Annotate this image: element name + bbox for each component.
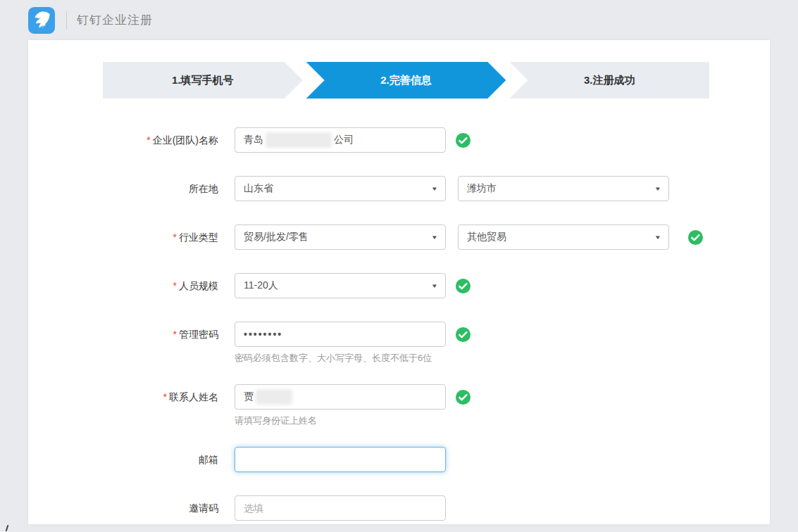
province-value: 山东省 (244, 182, 273, 195)
invite-code-input[interactable] (235, 495, 446, 521)
chevron-down-icon: ▼ (654, 234, 661, 241)
success-check-icon (455, 132, 471, 148)
success-check-icon (455, 278, 471, 294)
app-header: 钉钉企业注册 (0, 0, 798, 40)
field-row-contact-name: *联系人姓名 贾 请填写身份证上姓名 (28, 384, 770, 427)
city-select[interactable]: 潍坊市 ▼ (458, 176, 669, 201)
contact-name-input[interactable]: 贾 (235, 384, 446, 410)
field-row-industry: *行业类型 贸易/批发/零售 ▼ 其他贸易 ▼ (28, 224, 770, 250)
industry-category-select[interactable]: 贸易/批发/零售 ▼ (235, 224, 446, 250)
staff-size-select[interactable]: 11-20人 ▼ (235, 273, 446, 298)
province-select[interactable]: 山东省 ▼ (235, 176, 446, 201)
step-1-label: 1.填写手机号 (172, 74, 234, 87)
company-name-input[interactable]: 青岛 公司 (235, 127, 446, 153)
field-row-location: 所在地 山东省 ▼ 潍坊市 ▼ (28, 176, 770, 201)
email-input[interactable] (235, 447, 446, 472)
step-2-complete-info: 2.完善信息 (306, 62, 506, 99)
chevron-down-icon: ▼ (431, 186, 438, 192)
required-marker: * (173, 329, 177, 340)
password-input[interactable]: •••••••• (235, 322, 446, 347)
redacted-text (266, 132, 332, 148)
registration-form: *企业(团队)名称 青岛 公司 所在地 (28, 127, 770, 521)
email-label: 邮箱 (28, 447, 218, 472)
industry-label: *行业类型 (28, 224, 218, 250)
required-marker: * (146, 134, 150, 146)
contact-name-value-prefix: 贾 (244, 391, 254, 403)
step-3-register-success: 3.注册成功 (509, 62, 709, 99)
company-name-value-prefix: 青岛 (244, 134, 263, 146)
password-masked-value: •••••••• (244, 329, 282, 340)
success-check-icon (687, 229, 704, 246)
required-marker: * (163, 391, 167, 403)
company-name-label: *企业(团队)名称 (28, 127, 218, 153)
password-hint: 密码必须包含数字、大小写字母、长度不低于6位 (235, 352, 471, 365)
staff-size-label: *人员规模 (28, 273, 218, 298)
field-row-email: 邮箱 (28, 447, 770, 472)
required-marker: * (173, 232, 177, 243)
password-label: *管理密码 (28, 322, 218, 347)
field-row-staff-size: *人员规模 11-20人 ▼ (28, 273, 770, 298)
field-row-password: *管理密码 •••••••• 密码必须包含数字、大小写字母、长度不低于6位 (28, 322, 770, 365)
step-3-label: 3.注册成功 (584, 74, 635, 87)
industry-category-value: 贸易/批发/零售 (244, 231, 308, 243)
field-row-invite-code: 邀请码 (28, 495, 770, 521)
success-check-icon (455, 389, 471, 405)
city-value: 潍坊市 (467, 182, 497, 195)
industry-subcategory-select[interactable]: 其他贸易 ▼ (458, 224, 669, 250)
chevron-down-icon: ▼ (654, 186, 661, 192)
invite-code-label: 邀请码 (28, 495, 218, 521)
chevron-down-icon: ▼ (431, 283, 438, 289)
step-2-label: 2.完善信息 (380, 74, 432, 87)
industry-subcategory-value: 其他贸易 (467, 231, 506, 243)
success-check-icon (455, 327, 471, 343)
required-marker: * (173, 280, 177, 291)
company-name-value-suffix: 公司 (334, 134, 354, 146)
registration-card: 1.填写手机号 2.完善信息 3.注册成功 *企业(团队)名称 青岛 公司 (28, 40, 770, 524)
redacted-text (256, 389, 292, 405)
progress-steps: 1.填写手机号 2.完善信息 3.注册成功 (103, 62, 709, 99)
chevron-down-icon: ▼ (431, 234, 438, 241)
field-row-company-name: *企业(团队)名称 青岛 公司 (28, 127, 770, 153)
step-1-fill-phone: 1.填写手机号 (103, 62, 303, 99)
page-title: 钉钉企业注册 (77, 12, 153, 28)
contact-name-hint: 请填写身份证上姓名 (235, 414, 471, 427)
stray-mark (6, 525, 9, 531)
contact-name-label: *联系人姓名 (28, 384, 218, 410)
header-divider (66, 11, 67, 30)
staff-size-value: 11-20人 (244, 279, 278, 292)
dingtalk-logo-icon (28, 7, 55, 34)
location-label: 所在地 (28, 176, 218, 201)
